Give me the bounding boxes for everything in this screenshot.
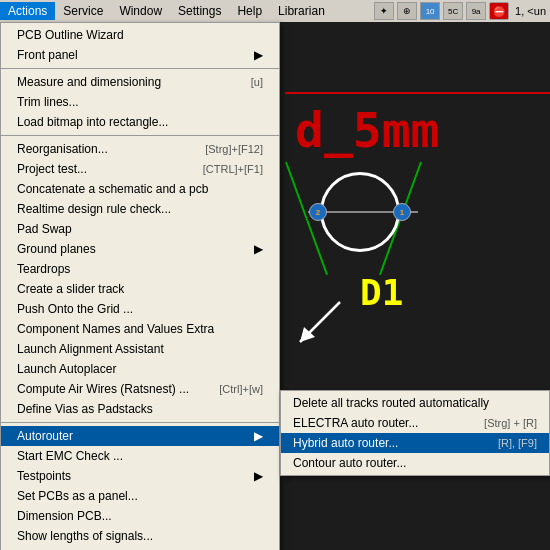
menu-item-trim-lines[interactable]: Trim lines... [1, 92, 279, 112]
menu-item-edit-signal[interactable]: Edit signal classes... [1, 546, 279, 550]
menu-item-front-panel[interactable]: Front panel ▶ [1, 45, 279, 65]
menu-bar: Actions Service Window Settings Help Lib… [0, 0, 550, 22]
stop-icon[interactable]: ⛔ [489, 2, 509, 20]
actions-dropdown: PCB Outline Wizard Front panel ▶ Measure… [0, 22, 280, 550]
menu-item-concatenate[interactable]: Concatenate a schematic and a pcb [1, 179, 279, 199]
menu-item-show-lengths[interactable]: Show lengths of signals... [1, 526, 279, 546]
menu-item-ground-planes[interactable]: Ground planes ▶ [1, 239, 279, 259]
menu-item-comp-names[interactable]: Component Names and Values Extra [1, 319, 279, 339]
red-line [285, 92, 550, 94]
box1-icon[interactable]: 10 [420, 2, 440, 20]
menu-item-load-bitmap[interactable]: Load bitmap into rectangle... [1, 112, 279, 132]
menu-settings[interactable]: Settings [170, 2, 229, 20]
menu-item-define-vias[interactable]: Define Vias as Padstacks [1, 399, 279, 419]
route-icon[interactable]: ⊕ [397, 2, 417, 20]
autorouter-submenu: Delete all tracks routed automatically E… [280, 390, 550, 476]
pcb-circle: 2 1 [320, 172, 400, 252]
menu-item-project-test[interactable]: Project test... [CTRL]+[F1] [1, 159, 279, 179]
menu-item-slider-track[interactable]: Create a slider track [1, 279, 279, 299]
menu-item-alignment[interactable]: Launch Alignment Assistant [1, 339, 279, 359]
menu-bar-items: Actions Service Window Settings Help Lib… [0, 0, 333, 22]
separator-1 [1, 68, 279, 69]
menu-item-measure[interactable]: Measure and dimensioning [u] [1, 72, 279, 92]
separator-3 [1, 422, 279, 423]
menu-actions[interactable]: Actions [0, 2, 55, 20]
menu-item-autorouter[interactable]: Autorouter ▶ [1, 426, 279, 446]
menu-window[interactable]: Window [111, 2, 170, 20]
menu-item-realtime-drc[interactable]: Realtime design rule check... [1, 199, 279, 219]
cursor-icon[interactable]: ✦ [374, 2, 394, 20]
submenu-contour[interactable]: Contour auto router... [281, 453, 549, 473]
menu-item-air-wires[interactable]: Compute Air Wires (Ratsnest) ... [Ctrl]+… [1, 379, 279, 399]
box3-icon[interactable]: 9a [466, 2, 486, 20]
status-text: 1, <un [515, 5, 546, 17]
menu-librarian[interactable]: Librarian [270, 2, 333, 20]
menu-item-autoplacer[interactable]: Launch Autoplacer [1, 359, 279, 379]
menu-item-dimension-pcb[interactable]: Dimension PCB... [1, 506, 279, 526]
pad-right: 1 [393, 203, 411, 221]
menu-item-push-grid[interactable]: Push Onto the Grid ... [1, 299, 279, 319]
pcb-text-d1: D1 [360, 272, 403, 313]
menu-item-set-pcbs[interactable]: Set PCBs as a panel... [1, 486, 279, 506]
pcb-text-5mm: d_5mm [295, 102, 440, 158]
submenu-electra[interactable]: ELECTRA auto router... [Strg] + [R] [281, 413, 549, 433]
menu-item-pcb-outline-wizard[interactable]: PCB Outline Wizard [1, 25, 279, 45]
menu-help[interactable]: Help [229, 2, 270, 20]
pcb-arrow [290, 292, 350, 352]
submenu-delete-tracks[interactable]: Delete all tracks routed automatically [281, 393, 549, 413]
menu-item-teardrops[interactable]: Teardrops [1, 259, 279, 279]
box2-icon[interactable]: 5C [443, 2, 463, 20]
pcb-component: 2 1 [320, 172, 400, 252]
menu-item-emc-check[interactable]: Start EMC Check ... [1, 446, 279, 466]
menu-item-pad-swap[interactable]: Pad Swap [1, 219, 279, 239]
separator-2 [1, 135, 279, 136]
menu-item-reorganisation[interactable]: Reorganisation... [Strg]+[F12] [1, 139, 279, 159]
menu-item-testpoints[interactable]: Testpoints ▶ [1, 466, 279, 486]
submenu-hybrid[interactable]: Hybrid auto router... [R], [F9] [281, 433, 549, 453]
pad-left: 2 [309, 203, 327, 221]
menu-service[interactable]: Service [55, 2, 111, 20]
